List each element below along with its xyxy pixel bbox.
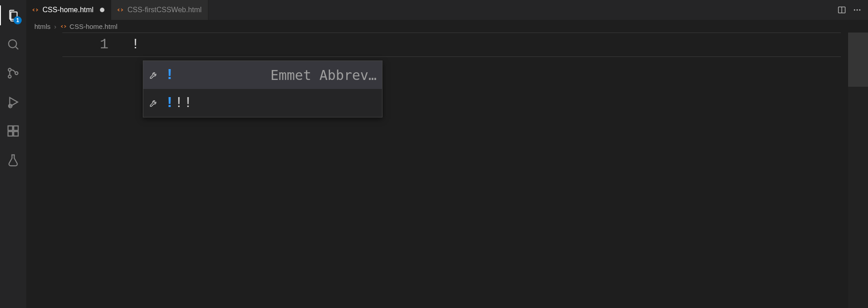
svg-rect-8	[14, 131, 18, 136]
activity-source-control[interactable]	[0, 61, 26, 85]
svg-point-1	[8, 68, 11, 71]
suggest-label: !!!	[165, 95, 193, 111]
suggest-item[interactable]: ! Emmet Abbrev…	[143, 61, 382, 89]
code-editor[interactable]: 1 ! ! Emmet Abbrev…	[26, 33, 868, 308]
suggest-item[interactable]: !!!	[143, 89, 382, 117]
line-number: 1	[26, 33, 108, 57]
html-file-icon	[117, 6, 124, 14]
current-line-highlight	[62, 33, 841, 57]
dirty-indicator-icon	[100, 8, 104, 12]
html-file-icon	[32, 6, 39, 14]
breadcrumb: htmls › CSS-home.html	[26, 20, 868, 33]
svg-point-12	[859, 9, 860, 11]
svg-rect-6	[14, 126, 18, 131]
more-actions-icon[interactable]	[853, 5, 862, 14]
svg-point-0	[9, 40, 17, 48]
tab-bar: CSS-home.html CSS-firstCSSWeb.html	[26, 0, 868, 20]
svg-rect-5	[8, 126, 13, 131]
activity-extensions[interactable]	[0, 119, 26, 143]
code-line[interactable]: !	[131, 33, 140, 57]
split-editor-icon[interactable]	[837, 5, 846, 14]
explorer-badge: 1	[14, 16, 22, 24]
tabbar-actions	[837, 0, 868, 20]
tab-css-firstcssweb[interactable]: CSS-firstCSSWeb.html	[111, 0, 208, 20]
svg-point-2	[8, 75, 11, 78]
activity-search[interactable]	[0, 33, 26, 56]
activity-bar: 1	[0, 0, 26, 308]
tab-css-home[interactable]: CSS-home.html	[26, 0, 111, 20]
wrench-icon	[149, 98, 159, 107]
main-area: CSS-home.html CSS-firstCSSWeb.html	[26, 0, 868, 308]
breadcrumb-folder[interactable]: htmls	[34, 23, 51, 30]
activity-testing[interactable]	[0, 148, 26, 172]
tab-label: CSS-home.html	[42, 6, 94, 14]
svg-point-11	[857, 9, 858, 11]
scrollbar-thumb[interactable]	[848, 33, 868, 87]
editor-vertical-scrollbar[interactable]	[848, 33, 868, 308]
activity-explorer[interactable]: 1	[0, 4, 26, 27]
wrench-icon	[149, 70, 159, 79]
tab-label: CSS-firstCSSWeb.html	[127, 6, 202, 14]
gutter: 1	[26, 33, 121, 308]
html-file-icon	[60, 23, 67, 30]
activity-run-debug[interactable]	[0, 90, 26, 114]
suggest-widget: ! Emmet Abbrev… !!!	[143, 61, 382, 117]
suggest-label: !	[165, 67, 174, 83]
suggest-detail: Emmet Abbrev…	[270, 67, 377, 83]
breadcrumb-file[interactable]: CSS-home.html	[70, 23, 118, 30]
svg-point-10	[854, 9, 855, 11]
chevron-right-icon: ›	[54, 23, 57, 30]
svg-rect-7	[8, 131, 13, 136]
